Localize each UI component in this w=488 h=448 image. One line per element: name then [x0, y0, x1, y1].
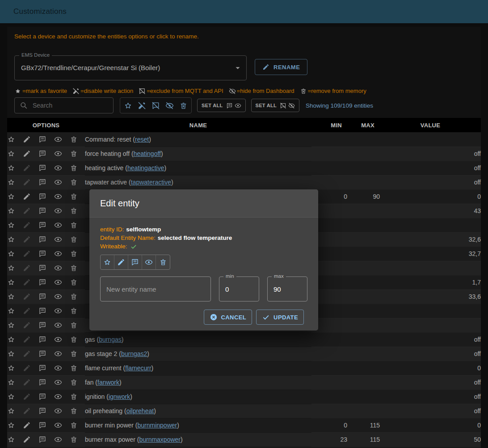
writeable-check-icon	[130, 243, 137, 250]
check-icon	[262, 313, 270, 321]
min-input[interactable]	[219, 277, 259, 301]
entity-id-line: entity ID: selflowtemp	[100, 225, 307, 234]
max-field-label: max	[272, 273, 286, 279]
update-button-label: UPDATE	[273, 314, 298, 321]
entity-id-value: selflowtemp	[126, 225, 161, 234]
entity-id-label: entity ID:	[100, 225, 124, 234]
cancel-button-label: CANCEL	[221, 314, 247, 321]
edit-entity-dialog: Edit entity entity ID: selflowtemp Defau…	[89, 189, 318, 331]
disable-write-toggle[interactable]	[114, 255, 128, 269]
dialog-title: Edit entity	[89, 189, 318, 218]
max-input[interactable]	[268, 277, 307, 301]
remove-memory-toggle[interactable]	[156, 255, 170, 269]
update-button[interactable]: UPDATE	[256, 310, 304, 325]
cancel-button[interactable]: CANCEL	[204, 310, 252, 325]
new-entity-name-input[interactable]	[101, 277, 210, 301]
min-field[interactable]: min	[219, 276, 259, 301]
default-name-line: Default Entity Name: selected flow tempe…	[100, 234, 307, 242]
min-field-label: min	[223, 273, 236, 279]
comment-icon	[131, 258, 139, 266]
writeable-label: Writeable:	[100, 242, 127, 251]
writeable-line: Writeable:	[100, 242, 307, 251]
dialog-fields: min max	[100, 276, 307, 301]
default-name-value: selected flow temperature	[158, 234, 232, 242]
trash-icon	[159, 258, 167, 266]
new-entity-name-field[interactable]	[100, 276, 211, 301]
hide-dashboard-toggle[interactable]	[142, 255, 156, 269]
eye-icon	[145, 258, 153, 266]
default-name-label: Default Entity Name:	[100, 234, 156, 242]
favorite-toggle[interactable]	[101, 255, 114, 269]
dialog-actions: CANCEL UPDATE	[100, 310, 307, 325]
entity-option-toggles	[100, 255, 170, 270]
star-icon	[103, 258, 111, 266]
mqtt-exclude-toggle[interactable]	[128, 255, 142, 269]
max-field[interactable]: max	[267, 276, 307, 301]
cancel-icon	[210, 313, 218, 321]
edit-icon	[117, 258, 125, 266]
